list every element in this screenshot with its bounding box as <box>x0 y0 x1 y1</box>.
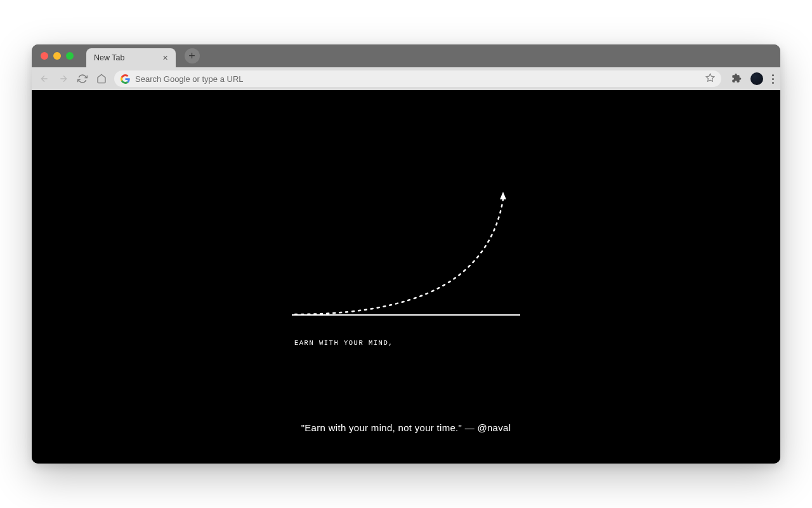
svg-marker-2 <box>500 192 506 199</box>
window-controls <box>37 52 77 60</box>
reload-button[interactable] <box>76 72 89 85</box>
page-content: EARN WITH YOUR MIND, "Earn with your min… <box>32 90 780 464</box>
growth-curve-graphic <box>292 188 520 328</box>
star-icon <box>705 73 715 83</box>
address-bar-placeholder: Search Google or type a URL <box>135 74 700 84</box>
menu-button[interactable] <box>772 74 774 84</box>
svg-marker-0 <box>706 74 714 81</box>
growth-curve-svg <box>292 188 520 328</box>
bookmark-button[interactable] <box>705 73 715 84</box>
close-window-button[interactable] <box>41 52 48 60</box>
forward-button[interactable] <box>57 72 70 85</box>
puzzle-icon <box>731 73 742 83</box>
kebab-dot-icon <box>772 82 774 84</box>
close-tab-button[interactable]: × <box>162 53 167 63</box>
minimize-window-button[interactable] <box>53 52 61 60</box>
browser-window: New Tab × + Search Google or type a URL <box>32 44 780 464</box>
google-icon <box>121 74 130 84</box>
home-icon <box>96 74 107 84</box>
browser-tab[interactable]: New Tab × <box>86 48 176 67</box>
toolbar-right <box>728 72 774 85</box>
back-button[interactable] <box>38 72 51 85</box>
arrow-left-icon <box>39 74 49 84</box>
kebab-dot-icon <box>772 78 774 80</box>
maximize-window-button[interactable] <box>66 52 74 60</box>
extensions-button[interactable] <box>731 73 742 85</box>
reload-icon <box>77 74 88 84</box>
arrow-right-icon <box>58 74 69 84</box>
home-button[interactable] <box>95 72 108 85</box>
titlebar: New Tab × + <box>32 44 780 67</box>
footer-quote: "Earn with your mind, not your time." — … <box>32 422 780 433</box>
graphic-caption: EARN WITH YOUR MIND, <box>292 339 520 347</box>
new-tab-button[interactable]: + <box>185 48 200 64</box>
tab-title: New Tab <box>94 53 124 62</box>
kebab-dot-icon <box>772 74 774 76</box>
toolbar: Search Google or type a URL <box>32 67 780 90</box>
address-bar[interactable]: Search Google or type a URL <box>114 70 721 87</box>
profile-avatar[interactable] <box>750 72 763 85</box>
